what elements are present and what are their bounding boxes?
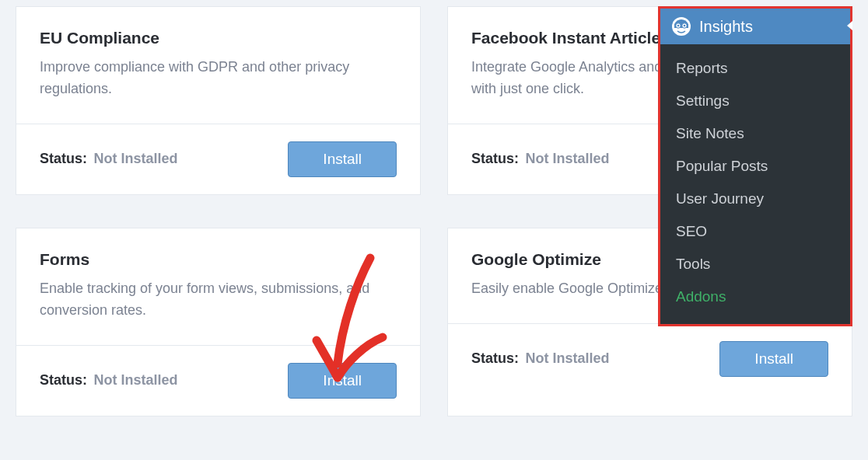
install-button[interactable]: Install (719, 341, 828, 377)
svg-point-3 (677, 25, 680, 27)
flyout-title: Insights (699, 18, 753, 36)
card-body: EU Compliance Improve compliance with GD… (16, 7, 420, 124)
card-title: EU Compliance (40, 29, 397, 47)
card-footer: Status: Not Installed Install (448, 323, 852, 394)
svg-point-4 (684, 25, 686, 27)
card-body: Forms Enable tracking of your form views… (16, 228, 420, 345)
status-label: Status: (471, 350, 519, 366)
status-label: Status: (40, 151, 87, 166)
card-footer: Status: Not Installed Install (16, 124, 420, 194)
card-description: Enable tracking of your form views, subm… (40, 278, 397, 322)
install-button[interactable]: Install (288, 363, 397, 399)
status-text: Status: Not Installed (40, 372, 177, 389)
card-description: Improve compliance with GDPR and other p… (40, 57, 397, 100)
status-value: Not Installed (525, 151, 609, 166)
insights-flyout-menu: Insights Reports Settings Site Notes Pop… (658, 6, 852, 326)
status-text: Status: Not Installed (471, 151, 609, 167)
status-text: Status: Not Installed (40, 151, 177, 167)
menu-item-addons[interactable]: Addons (660, 281, 850, 313)
menu-item-user-journey[interactable]: User Journey (660, 183, 850, 215)
monster-insights-icon (671, 16, 691, 37)
status-value: Not Installed (93, 372, 177, 388)
menu-item-reports[interactable]: Reports (660, 52, 850, 85)
menu-item-settings[interactable]: Settings (660, 85, 850, 117)
menu-item-popular-posts[interactable]: Popular Posts (660, 150, 850, 183)
status-value: Not Installed (525, 350, 609, 366)
addon-card-forms: Forms Enable tracking of your form views… (16, 228, 421, 416)
status-label: Status: (471, 151, 519, 166)
status-text: Status: Not Installed (471, 350, 609, 367)
install-button[interactable]: Install (288, 141, 397, 177)
card-footer: Status: Not Installed Install (16, 345, 420, 416)
menu-item-tools[interactable]: Tools (660, 248, 850, 281)
status-label: Status: (40, 372, 87, 388)
card-title: Forms (40, 250, 397, 269)
flyout-menu-list: Reports Settings Site Notes Popular Post… (660, 44, 850, 324)
menu-item-seo[interactable]: SEO (660, 215, 850, 248)
flyout-header[interactable]: Insights (660, 9, 850, 44)
status-value: Not Installed (93, 151, 177, 166)
menu-item-site-notes[interactable]: Site Notes (660, 117, 850, 150)
addon-card-eu-compliance: EU Compliance Improve compliance with GD… (16, 6, 421, 195)
